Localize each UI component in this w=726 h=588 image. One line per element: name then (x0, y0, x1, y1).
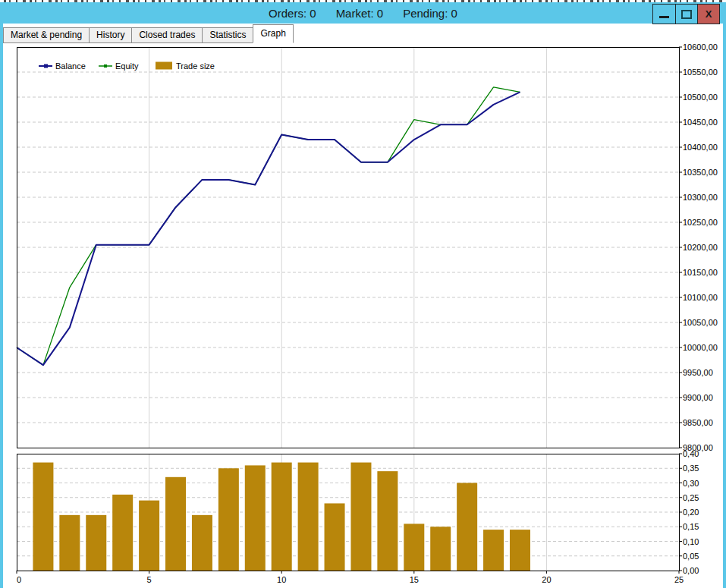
legend: BalanceEquityTrade size (39, 61, 215, 71)
svg-text:0,30: 0,30 (683, 479, 699, 488)
tab-closed-trades[interactable]: Closed trades (131, 27, 203, 43)
window-controls: X (652, 4, 720, 24)
svg-text:10550,00: 10550,00 (683, 68, 718, 77)
svg-text:0,00: 0,00 (683, 566, 699, 575)
svg-text:10150,00: 10150,00 (683, 268, 718, 277)
svg-text:10050,00: 10050,00 (683, 318, 718, 327)
minimize-button[interactable] (653, 5, 675, 24)
svg-text:25: 25 (674, 575, 684, 584)
svg-text:0,20: 0,20 (683, 508, 699, 517)
svg-text:0,40: 0,40 (683, 449, 699, 458)
pending-count: Pending: 0 (403, 7, 457, 20)
svg-text:10500,00: 10500,00 (683, 93, 718, 102)
svg-text:5: 5 (147, 575, 152, 584)
close-icon: X (706, 8, 712, 20)
tab-statistics[interactable]: Statistics (202, 27, 253, 43)
svg-text:20: 20 (542, 575, 551, 584)
svg-text:0,05: 0,05 (683, 552, 699, 561)
tab-label: Market & pending (11, 30, 82, 40)
tab-label: History (96, 30, 124, 40)
tab-graph[interactable]: Graph (253, 24, 293, 43)
svg-text:Balance: Balance (55, 61, 86, 71)
svg-text:10600,00: 10600,00 (683, 42, 718, 52)
window-frame-right (723, 2, 726, 588)
svg-text:0: 0 (17, 575, 21, 584)
window-title: Orders: 0 Market: 0 Pending: 0 (269, 7, 457, 20)
svg-text:0,25: 0,25 (683, 493, 699, 502)
svg-text:10300,00: 10300,00 (683, 193, 718, 202)
market-count: Market: 0 (336, 7, 384, 20)
svg-text:10450,00: 10450,00 (683, 118, 718, 127)
svg-text:9950,00: 9950,00 (683, 368, 713, 377)
tab-label: Graph (260, 28, 285, 39)
window-frame-left (0, 2, 3, 588)
svg-text:9850,00: 9850,00 (683, 418, 713, 427)
svg-text:10: 10 (277, 575, 286, 584)
maximize-button[interactable] (675, 5, 697, 24)
charts-canvas: 10600,0010550,0010500,0010450,0010400,00… (0, 0, 726, 588)
orders-count: Orders: 0 (269, 7, 316, 20)
tab-market-pending[interactable]: Market & pending (3, 27, 90, 43)
svg-text:10000,00: 10000,00 (683, 343, 718, 352)
svg-text:0,15: 0,15 (683, 522, 699, 531)
maximize-icon (681, 10, 692, 19)
svg-text:Trade size: Trade size (176, 61, 215, 71)
close-button[interactable]: X (697, 5, 719, 24)
minimize-icon (659, 16, 669, 18)
svg-text:Equity: Equity (115, 61, 139, 71)
svg-text:15: 15 (410, 575, 419, 584)
svg-text:10350,00: 10350,00 (683, 168, 718, 177)
tab-label: Statistics (209, 30, 246, 40)
svg-text:0,10: 0,10 (683, 537, 699, 546)
tab-label: Closed trades (139, 30, 195, 40)
svg-text:10200,00: 10200,00 (683, 243, 718, 252)
svg-text:9900,00: 9900,00 (683, 393, 713, 402)
tab-history[interactable]: History (89, 27, 132, 43)
svg-text:10400,00: 10400,00 (683, 143, 718, 152)
svg-text:10250,00: 10250,00 (683, 218, 718, 227)
titlebar: Orders: 0 Market: 0 Pending: 0 X (0, 2, 726, 24)
tab-bar: Market & pending History Closed trades S… (4, 25, 294, 43)
svg-text:10100,00: 10100,00 (683, 293, 718, 302)
svg-text:0,35: 0,35 (683, 464, 699, 473)
